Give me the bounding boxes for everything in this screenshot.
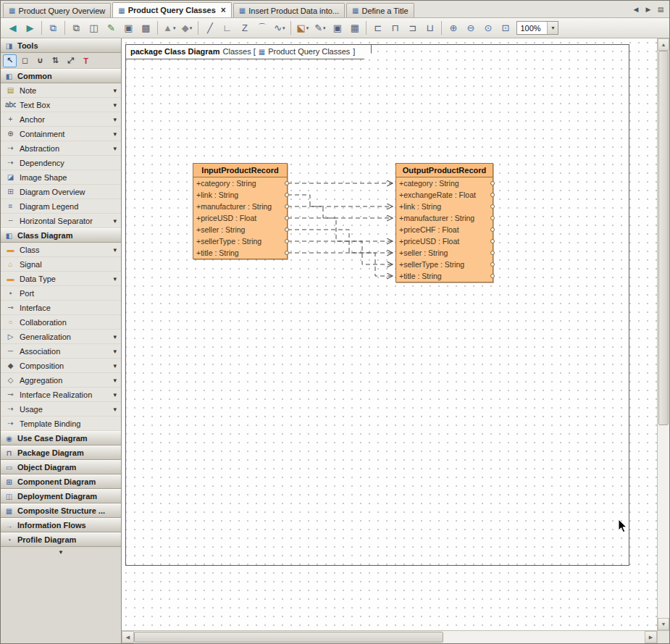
palette-item-image-shape[interactable]: ◪ Image Shape (1, 170, 121, 185)
palette-item-interface-realization[interactable]: ⊸ Interface Realization (1, 388, 121, 402)
palette-section-information-flows[interactable]: → Information Flows (1, 518, 121, 532)
copy-button[interactable]: ⧉ (68, 20, 85, 36)
close-icon[interactable]: × (221, 5, 226, 15)
line-rectilinear-button[interactable]: ∟ (219, 20, 235, 36)
distribute-button[interactable]: ⊔ (422, 20, 438, 36)
paste-button[interactable]: ◫ (85, 20, 102, 36)
horizontal-scroll-track[interactable] (134, 631, 645, 643)
zoom-out-button[interactable]: ⊖ (462, 20, 479, 36)
tab-insert-product-data[interactable]: ▦ Insert Product Data into... (233, 3, 345, 17)
paste-style-button[interactable]: ▩ (138, 20, 154, 36)
font-tool[interactable]: T (79, 54, 93, 67)
palette-item-text-box[interactable]: abc Text Box (1, 98, 121, 112)
align-right-button[interactable]: ⊐ (404, 20, 421, 36)
class-name[interactable]: OutputProductRecord (396, 164, 493, 177)
fit-size-tool[interactable]: ⤢ (64, 54, 78, 67)
marquee-tool[interactable]: ◻ (18, 54, 32, 67)
palette-item-usage[interactable]: ⇢ Usage (1, 402, 121, 417)
class-attribute[interactable]: +priceUSD : Float (396, 235, 493, 247)
palette-item-composition[interactable]: ◆ Composition (1, 359, 121, 373)
palette-item-data-type[interactable]: ▬ Data Type (1, 272, 121, 286)
class-attribute[interactable]: +link : String (396, 201, 493, 212)
chevron-down-icon[interactable]: ▾ (547, 22, 558, 34)
palette-item-class[interactable]: ▬ Class (1, 243, 121, 257)
class-attribute[interactable]: +link : String (193, 189, 287, 201)
scroll-up-button[interactable]: ▲ (658, 38, 669, 51)
palette-item-port[interactable]: ▪ Port (1, 286, 121, 301)
class-inputproductrecord[interactable]: InputProductRecord +category : String (193, 163, 288, 259)
palette-section-composite-structure[interactable]: ▦ Composite Structure ... (1, 503, 121, 518)
palette-item-abstraction[interactable]: ⇢ Abstraction (1, 141, 121, 156)
tab-define-a-title[interactable]: ▦ Define a Title (346, 3, 414, 17)
vertical-scroll-track[interactable] (658, 51, 669, 618)
tab-list-icon[interactable]: ▤ (656, 4, 666, 14)
back-button[interactable]: ◀ (4, 20, 21, 36)
class-attribute[interactable]: +seller : String (193, 224, 287, 235)
palette-header-tools[interactable]: ◨ Tools (1, 38, 121, 53)
diagram-navigator-button[interactable]: ⧉ (45, 20, 62, 36)
palette-item-diagram-legend[interactable]: ≡ Diagram Legend (1, 199, 121, 214)
palette-item-signal[interactable]: ⌂ Signal (1, 257, 121, 272)
palette-section-object-diagram[interactable]: ▭ Object Diagram (1, 460, 121, 474)
class-attribute[interactable]: +category : String (396, 177, 493, 189)
class-name[interactable]: InputProductRecord (193, 164, 287, 177)
layout-button[interactable]: ▦ (346, 20, 363, 36)
class-attribute[interactable]: +category : String (193, 177, 287, 189)
class-attribute[interactable]: +seller : String (396, 247, 493, 259)
shape-tool-button[interactable]: ▲ (161, 20, 177, 36)
palette-item-interface[interactable]: ⊸ Interface (1, 301, 121, 315)
palette-item-collaboration[interactable]: ○ Collaboration (1, 315, 121, 330)
palette-item-containment[interactable]: ⊕ Containment (1, 127, 121, 141)
diagram-canvas[interactable]: package Class Diagram Classes [ ▦ Produc… (122, 38, 657, 630)
class-attribute[interactable]: +title : String (396, 270, 493, 282)
class-attribute[interactable]: +priceUSD : Float (193, 212, 287, 224)
palette-item-anchor[interactable]: + Anchor (1, 112, 121, 127)
align-center-button[interactable]: ⊓ (387, 20, 403, 36)
horizontal-scrollbar[interactable]: ◀ ▶ (122, 631, 657, 643)
prev-tab-button[interactable]: ◀ (631, 4, 641, 14)
horizontal-scroll-thumb[interactable] (134, 632, 443, 643)
zoom-region-button[interactable]: ⊡ (497, 20, 514, 36)
zoom-in-button[interactable]: ⊕ (445, 20, 461, 36)
line-straight-button[interactable]: ╱ (201, 20, 218, 36)
class-attribute[interactable]: +sellerType : String (193, 235, 287, 247)
line-spline-button[interactable]: ∿ (271, 20, 288, 36)
forward-button[interactable]: ▶ (22, 20, 38, 36)
class-attribute[interactable]: +title : String (193, 247, 287, 259)
line-oblique-button[interactable]: Z (236, 20, 253, 36)
palette-item-horizontal-separator[interactable]: ╌ Horizontal Separator (1, 214, 121, 228)
palette-item-dependency[interactable]: ⇢ Dependency (1, 156, 121, 170)
class-attribute[interactable]: +priceCHF : Float (396, 224, 493, 235)
magnet-tool[interactable]: ∪ (33, 54, 47, 67)
palette-section-use-case-diagram[interactable]: ◉ Use Case Diagram (1, 431, 121, 446)
tab-product-query-overview[interactable]: ▦ Product Query Overview (3, 3, 111, 17)
palette-section-package-diagram[interactable]: ⊓ Package Diagram (1, 446, 121, 460)
tab-product-query-classes[interactable]: ▦ Product Query Classes × (112, 2, 232, 17)
scroll-right-button[interactable]: ▶ (645, 631, 657, 643)
palette-section-deployment-diagram[interactable]: ◫ Deployment Diagram (1, 489, 121, 503)
class-attribute[interactable]: +exchangeRate : Float (396, 189, 493, 201)
palette-section-common[interactable]: ◧ Common (1, 69, 121, 83)
scroll-down-button[interactable]: ▼ (658, 618, 669, 630)
zoom-actual-button[interactable]: ⊙ (480, 20, 496, 36)
line-curve-button[interactable]: ⌒ (254, 20, 270, 36)
palette-item-template-binding[interactable]: ⇢ Template Binding (1, 417, 121, 431)
palette-item-note[interactable]: ▤ Note (1, 83, 121, 98)
format-copier-button[interactable]: ✎ (311, 20, 328, 36)
palette-more-button[interactable]: ▼ (1, 547, 121, 557)
zoom-level-select[interactable]: 100% ▾ (516, 21, 558, 35)
class-attribute[interactable]: +manufacturer : String (396, 212, 493, 224)
palette-item-association[interactable]: ─ Association (1, 344, 121, 359)
vertical-scroll-thumb[interactable] (658, 51, 669, 425)
class-attribute[interactable]: +manufacturer : String (193, 201, 287, 212)
palette-section-component-diagram[interactable]: ⊞ Component Diagram (1, 474, 121, 489)
align-left-button[interactable]: ⊏ (369, 20, 386, 36)
palette-section-class-diagram[interactable]: ◧ Class Diagram (1, 228, 121, 243)
connector-tool-button[interactable]: ◆ (178, 20, 195, 36)
diagram-frame-label[interactable]: package Class Diagram Classes [ ▦ Produc… (126, 45, 372, 59)
class-attribute[interactable]: +sellerType : String (396, 259, 493, 270)
copy-style-button[interactable]: ▣ (120, 20, 137, 36)
palette-item-aggregation[interactable]: ◇ Aggregation (1, 373, 121, 388)
scroll-left-button[interactable]: ◀ (122, 631, 134, 643)
vertical-scrollbar[interactable]: ▲ ▼ (657, 38, 669, 630)
